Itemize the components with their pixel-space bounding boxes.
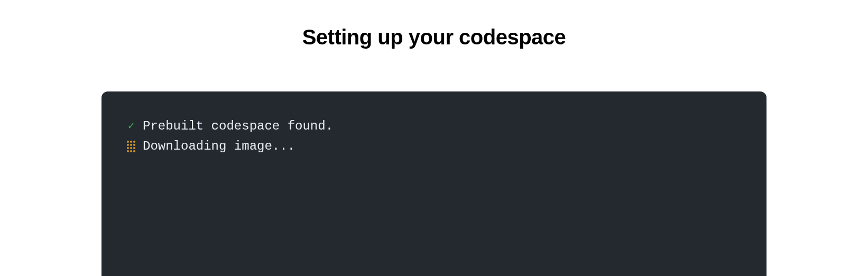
terminal-line: Downloading image...: [125, 137, 743, 156]
check-icon: ✓: [125, 121, 137, 132]
terminal-text: Downloading image...: [143, 137, 295, 156]
loading-spinner-icon: [125, 141, 137, 152]
terminal-text: Prebuilt codespace found.: [143, 117, 333, 136]
page-title: Setting up your codespace: [302, 25, 566, 49]
terminal-line: ✓ Prebuilt codespace found.: [125, 117, 743, 136]
terminal-output: ✓ Prebuilt codespace found.: [101, 91, 767, 276]
